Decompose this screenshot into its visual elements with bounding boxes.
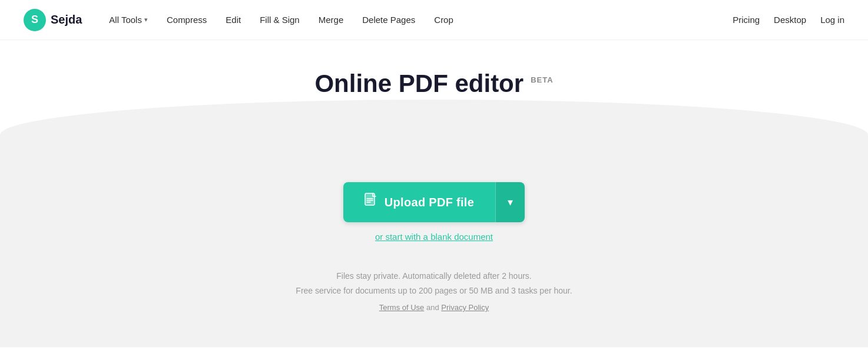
- chevron-down-icon: ▾: [144, 16, 148, 24]
- info-section: Files stay private. Automatically delete…: [296, 269, 572, 312]
- nav-item-delete-pages[interactable]: Delete Pages: [354, 10, 423, 29]
- beta-badge: BETA: [531, 75, 553, 84]
- terms-of-use-link[interactable]: Terms of Use: [379, 303, 425, 312]
- upload-button-label: Upload PDF file: [385, 196, 474, 209]
- nav-item-crop[interactable]: Crop: [426, 10, 462, 29]
- info-links: Terms of Use and Privacy Policy: [296, 303, 572, 312]
- upload-section: Upload PDF file ▾ or start with a blank …: [0, 135, 868, 347]
- fill-sign-label: Fill & Sign: [260, 15, 300, 25]
- upload-content: Upload PDF file ▾ or start with a blank …: [12, 182, 856, 312]
- blank-document-link[interactable]: or start with a blank document: [375, 232, 493, 242]
- logo-name: Sejda: [51, 13, 82, 27]
- dropdown-arrow-icon: ▾: [508, 196, 513, 209]
- delete-pages-label: Delete Pages: [362, 15, 415, 25]
- logo-link[interactable]: S Sejda: [24, 9, 82, 31]
- edit-label: Edit: [226, 15, 241, 25]
- privacy-policy-link[interactable]: Privacy Policy: [441, 303, 489, 312]
- nav-item-all-tools[interactable]: All Tools ▾: [101, 10, 156, 29]
- crop-label: Crop: [434, 15, 453, 25]
- nav-right: Pricing Desktop Log in: [733, 15, 844, 25]
- nav-item-compress[interactable]: Compress: [158, 10, 215, 29]
- nav-login[interactable]: Log in: [820, 15, 844, 25]
- nav-item-merge[interactable]: Merge: [310, 10, 352, 29]
- nav-pricing[interactable]: Pricing: [733, 15, 760, 25]
- all-tools-label: All Tools: [109, 15, 142, 25]
- upload-button-group: Upload PDF file ▾: [343, 182, 525, 222]
- nav-desktop[interactable]: Desktop: [774, 15, 806, 25]
- nav-left: All Tools ▾ Compress Edit Fill & Sign Me…: [101, 10, 733, 29]
- logo-icon: S: [24, 9, 46, 31]
- info-text-line1: Files stay private. Automatically delete…: [296, 269, 572, 284]
- info-text-line2: Free service for documents up to 200 pag…: [296, 284, 572, 298]
- navbar: S Sejda All Tools ▾ Compress Edit Fill &…: [0, 0, 868, 40]
- merge-label: Merge: [319, 15, 344, 25]
- nav-item-fill-sign[interactable]: Fill & Sign: [251, 10, 308, 29]
- upload-pdf-button[interactable]: Upload PDF file: [343, 182, 495, 222]
- hero-title: Online PDF editor BETA: [12, 70, 856, 98]
- nav-item-edit[interactable]: Edit: [217, 10, 249, 29]
- and-text: and: [426, 303, 441, 312]
- pdf-file-icon: [365, 193, 377, 212]
- compress-label: Compress: [167, 15, 207, 25]
- upload-dropdown-button[interactable]: ▾: [495, 182, 525, 222]
